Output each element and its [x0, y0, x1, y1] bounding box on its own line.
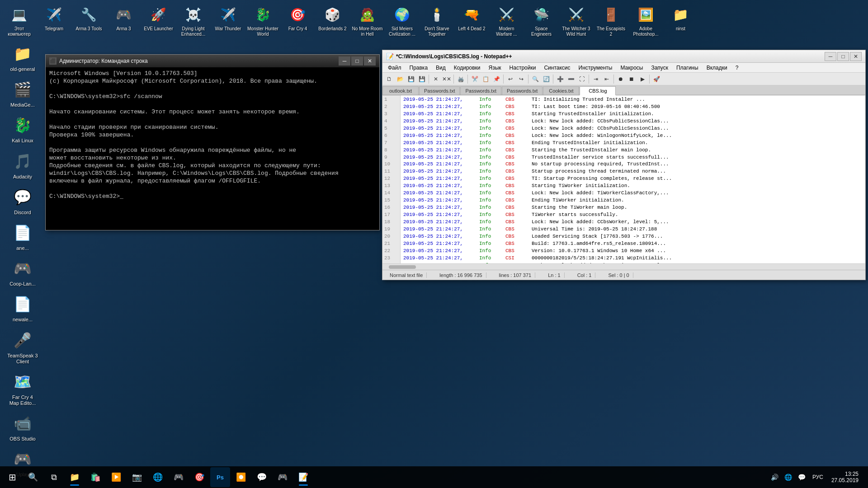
- npp-save-button[interactable]: 💾: [406, 74, 416, 84]
- desktop-icon-adobe-photoshop[interactable]: 🖼️ Adobe Photoshop...: [629, 2, 663, 38]
- taskbar-xbox[interactable]: 🎯: [189, 467, 209, 487]
- desktop-icon-obs-studio[interactable]: 📹 OBS Studio: [5, 410, 41, 444]
- desktop-icon-arma3tools[interactable]: 🔧 Arma 3 Tools: [72, 2, 106, 38]
- cmd-maximize-button[interactable]: □: [351, 56, 363, 66]
- taskbar-store[interactable]: 🛍️: [85, 467, 105, 487]
- npp-tab-1[interactable]: Passwords.txt: [419, 86, 460, 95]
- npp-unindent-button[interactable]: ⇤: [602, 74, 612, 84]
- taskbar-task-view[interactable]: ⧉: [44, 467, 64, 487]
- npp-close-button[interactable]: ✕: [850, 52, 862, 61]
- npp-redo-button[interactable]: ↪: [516, 74, 526, 84]
- taskbar-origin[interactable]: 🎮: [273, 467, 292, 487]
- taskbar-steam[interactable]: 🎮: [169, 467, 189, 487]
- taskbar-discord[interactable]: 💬: [252, 467, 272, 487]
- taskbar-file-explorer[interactable]: 📁: [65, 467, 85, 487]
- npp-zoom-in-button[interactable]: ➕: [555, 74, 565, 84]
- npp-menu-[interactable]: ?: [732, 64, 742, 72]
- npp-menu-[interactable]: Запуск: [647, 64, 672, 72]
- npp-menu-[interactable]: Настройки: [506, 64, 540, 72]
- npp-replace-button[interactable]: 🔄: [541, 74, 551, 84]
- npp-macro-play-button[interactable]: ▶: [637, 74, 647, 84]
- desktop-icon-dying-light[interactable]: ☠️ Dying Light Enhanced...: [176, 2, 210, 38]
- taskbar-search-button[interactable]: 🔍: [23, 467, 43, 487]
- taskbar-obs[interactable]: ⏺️: [231, 467, 251, 487]
- npp-full-screen-button[interactable]: ⛶: [577, 74, 587, 84]
- npp-find-button[interactable]: 🔍: [530, 74, 540, 84]
- npp-hscroll[interactable]: [382, 263, 865, 270]
- npp-menu-[interactable]: Кодировки: [450, 64, 484, 72]
- desktop-icon-borderlands2[interactable]: 🎲 Borderlands 2: [316, 2, 349, 38]
- taskbar-photoshop[interactable]: Ps: [210, 467, 230, 487]
- npp-indent-button[interactable]: ⇥: [591, 74, 601, 84]
- desktop-icon-cooplane[interactable]: 🎮 Coop-Lan...: [5, 255, 41, 289]
- desktop-icon-anewlabel[interactable]: 📄 ane...: [5, 220, 41, 253]
- npp-menu-[interactable]: Инструменты: [575, 64, 616, 72]
- npp-macro-record-button[interactable]: ⏺: [616, 74, 626, 84]
- taskbar-clock[interactable]: 13:25 27.05.2019: [828, 468, 862, 486]
- npp-tab-2[interactable]: Passwords.txt: [460, 86, 501, 95]
- npp-macro-stop-button[interactable]: ⏹: [627, 74, 637, 84]
- desktop-icon-dont-starve[interactable]: 🕯️ Don't Starve Together: [420, 2, 454, 38]
- npp-tab-4[interactable]: Cookies.txt: [543, 86, 579, 95]
- desktop-icon-discord[interactable]: 💬 Discord: [5, 184, 41, 218]
- npp-run-button[interactable]: 🚀: [651, 74, 661, 84]
- npp-menu-[interactable]: Правка: [406, 64, 432, 72]
- npp-editor[interactable]: 1234567891011121314151617181920212223242…: [382, 95, 865, 263]
- npp-print-button[interactable]: 🖨️: [456, 74, 466, 84]
- desktop-icon-farcry4[interactable]: 🎯 Far Cry 4: [281, 2, 315, 38]
- desktop-icon-old-general[interactable]: 📁 old-general: [5, 41, 41, 75]
- npp-saveall-button[interactable]: 💾: [417, 74, 427, 84]
- npp-menu-[interactable]: Файл: [384, 64, 405, 72]
- npp-closeall-button[interactable]: ✕✕: [442, 74, 452, 84]
- taskbar-notepad[interactable]: 📝: [293, 467, 313, 487]
- npp-menu-[interactable]: Вид: [432, 64, 449, 72]
- npp-copy-button[interactable]: 📋: [481, 74, 491, 84]
- desktop-icon-war-thunder[interactable]: ✈️ War Thunder: [211, 2, 245, 38]
- taskbar-photos[interactable]: 📷: [127, 467, 147, 487]
- desktop-icon-newale[interactable]: 📄 newale...: [5, 291, 41, 325]
- desktop-icon-space-engineers[interactable]: 🛸 Space Engineers: [524, 2, 558, 38]
- desktop-icon-no-more-room[interactable]: 🧟 No More Room in Hell: [350, 2, 384, 38]
- desktop-icon-kali-linux[interactable]: 🐉 Kali Linux: [5, 112, 41, 146]
- npp-zoom-out-button[interactable]: ➖: [566, 74, 576, 84]
- cmd-minimize-button[interactable]: ─: [339, 56, 350, 66]
- desktop-icon-left4dead2[interactable]: 🔫 Left 4 Dead 2: [455, 2, 489, 38]
- language-indicator[interactable]: РУС: [810, 474, 826, 480]
- desktop-icon-modern-warfare[interactable]: ⚔️ Modern Warfare ...: [490, 2, 524, 38]
- desktop-icon-telegram[interactable]: ✈️ Telegram: [37, 2, 71, 38]
- npp-menu-[interactable]: Плагины: [673, 64, 702, 72]
- npp-cut-button[interactable]: ✂️: [470, 74, 480, 84]
- npp-menu-[interactable]: Синтаксис: [540, 64, 574, 72]
- npp-tab-0[interactable]: outlook.txt: [382, 86, 419, 95]
- desktop-icon-eve-launcher[interactable]: 🚀 EVE Launcher: [142, 2, 175, 38]
- desktop-icon-mediage[interactable]: 🎬 MediaGe...: [5, 76, 41, 110]
- action-center-icon[interactable]: 💬: [796, 468, 808, 486]
- npp-maximize-button[interactable]: □: [837, 52, 849, 61]
- desktop-icon-farcry4edit[interactable]: 🗺️ Far Cry 4 Map Edito...: [5, 369, 41, 408]
- desktop-icon-arma3[interactable]: 🎮 Arma 3: [107, 2, 141, 38]
- desktop-icon-ninst[interactable]: 📁 ninst: [664, 2, 698, 38]
- network-icon[interactable]: 🌐: [783, 468, 794, 486]
- npp-open-button[interactable]: 📂: [395, 74, 405, 84]
- cmd-close-button[interactable]: ✕: [364, 56, 376, 66]
- desktop-icon-monster-hunter[interactable]: 🐉 Monster Hunter World: [246, 2, 280, 38]
- npp-tab-5[interactable]: CBS.log: [580, 86, 616, 95]
- npp-text-content[interactable]: 2019-05-25 21:24:27,InfoCBSTI: Initializ…: [401, 95, 865, 263]
- npp-menu-[interactable]: Язык: [485, 64, 505, 72]
- npp-new-button[interactable]: 🗋: [384, 74, 394, 84]
- npp-undo-button[interactable]: ↩: [505, 74, 515, 84]
- npp-paste-button[interactable]: 📌: [491, 74, 501, 84]
- taskbar-media[interactable]: ▶️: [106, 467, 126, 487]
- npp-menu-[interactable]: Макросы: [617, 64, 646, 72]
- desktop-icon-escapists2[interactable]: 🚪 The Escapists 2: [594, 2, 628, 38]
- desktop-icon-witcher3[interactable]: ⚔️ The Witcher 3 Wild Hunt: [559, 2, 593, 38]
- desktop-icon-this-computer[interactable]: 💻 Этот компьютер: [2, 2, 36, 38]
- desktop-icon-sid-meiers[interactable]: 🌍 Sid Meiers Civilization ...: [385, 2, 419, 38]
- npp-tab-3[interactable]: Passwords.txt: [502, 86, 542, 95]
- desktop-icon-audacity[interactable]: 🎵 Audacity: [5, 148, 41, 182]
- npp-menu-[interactable]: Вкладки: [703, 64, 731, 72]
- desktop-icon-teamspeak3[interactable]: 🎤 TeamSpeak 3 Client: [5, 327, 41, 367]
- taskbar-chrome[interactable]: 🌐: [148, 467, 168, 487]
- npp-close-file-button[interactable]: ✕: [431, 74, 441, 84]
- npp-minimize-button[interactable]: ─: [825, 52, 836, 61]
